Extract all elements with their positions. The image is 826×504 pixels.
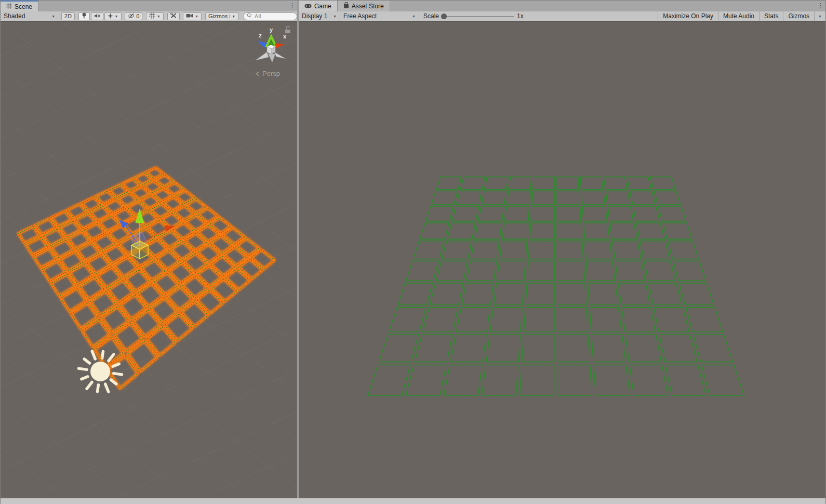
scene-viewport[interactable]: yzxPersp — [1, 21, 297, 498]
scene-gizmos-label: Gizmos — [208, 13, 228, 19]
tab-scene-label: Scene — [15, 3, 32, 10]
scene-search-input[interactable]: All — [243, 12, 297, 20]
eye-slash-icon — [128, 13, 135, 20]
aspect-label: Free Aspect — [343, 12, 377, 20]
tab-game[interactable]: Game — [299, 1, 338, 11]
stats-button[interactable]: Stats — [759, 11, 783, 21]
display-label: Display 1 — [302, 12, 327, 20]
scale-slider-knob[interactable] — [441, 14, 447, 19]
scene-search-value: All — [255, 13, 261, 19]
scene-panel: Scene ⋮ Shaded ▼ 2D — [1, 1, 297, 498]
chevron-down-icon: ▼ — [818, 15, 822, 18]
lock-icon[interactable] — [285, 26, 290, 33]
lightbulb-icon — [82, 12, 87, 20]
chevron-down-icon: ▼ — [333, 15, 337, 18]
grid-visibility-button[interactable]: ▼ — [146, 12, 164, 20]
tab-asset-store[interactable]: Asset Store — [338, 1, 390, 11]
camera-settings-button[interactable]: ▼ — [183, 12, 202, 20]
axis-x-label: x — [283, 33, 287, 39]
scene-view-canvas[interactable]: yzxPersp — [1, 22, 297, 498]
game-panel-menu-icon[interactable]: ⋮ — [817, 2, 823, 10]
scale-control: Scale 1x — [419, 12, 528, 20]
aspect-dropdown[interactable]: Free Aspect ▼ — [340, 11, 419, 21]
status-bar — [1, 498, 825, 504]
tools-icon — [170, 12, 177, 20]
gamepad-icon — [304, 3, 312, 10]
scene-orientation-gizmo[interactable]: yzx — [256, 26, 287, 62]
mute-audio-button[interactable]: Mute Audio — [718, 11, 759, 21]
axis-z-label: z — [259, 32, 262, 38]
scene-gizmos-dropdown[interactable]: Gizmos ▼ — [205, 12, 238, 20]
game-viewport — [299, 21, 825, 498]
stats-label: Stats — [764, 12, 778, 20]
maximize-label: Maximize On Play — [663, 12, 713, 20]
game-toolbar: Display 1 ▼ Free Aspect ▼ Scale 1x Maxim… — [299, 11, 825, 21]
game-tabbar: Game Asset Store ⋮ — [299, 1, 825, 11]
game-gizmos-label: Gizmos — [788, 12, 809, 20]
chevron-down-icon: ▼ — [229, 15, 235, 18]
grid-icon — [149, 12, 155, 20]
scene-panel-menu-icon[interactable]: ⋮ — [289, 2, 295, 10]
display-dropdown[interactable]: Display 1 ▼ — [299, 11, 340, 21]
2d-label: 2D — [64, 13, 72, 19]
scene-toolbar: Shaded ▼ 2D — [1, 11, 297, 21]
scale-label: Scale — [423, 12, 439, 20]
game-tile-grid — [368, 177, 744, 395]
axis-y-label: y — [270, 26, 273, 33]
hidden-count: 0 — [136, 13, 139, 19]
selected-tile-grid[interactable] — [18, 168, 274, 389]
lighting-toggle-button[interactable] — [78, 12, 90, 20]
camera-icon — [186, 13, 193, 19]
mute-label: Mute Audio — [723, 12, 754, 20]
tab-scene[interactable]: Scene — [1, 1, 38, 11]
search-icon — [247, 13, 252, 19]
tools-button[interactable] — [167, 12, 180, 20]
maximize-on-play-button[interactable]: Maximize On Play — [658, 11, 718, 21]
2d-toggle-button[interactable]: 2D — [61, 12, 75, 20]
scale-slider[interactable] — [442, 16, 514, 17]
scene-tabbar: Scene ⋮ — [1, 1, 297, 11]
chevron-down-icon: ▼ — [51, 15, 55, 18]
tab-game-label: Game — [314, 3, 331, 10]
draw-mode-dropdown[interactable]: Shaded ▼ — [1, 11, 58, 21]
chevron-down-icon: ▼ — [412, 15, 416, 18]
effects-icon — [108, 13, 113, 20]
chevron-down-icon: ▼ — [115, 15, 118, 18]
scale-value: 1x — [517, 12, 524, 20]
draw-mode-label: Shaded — [4, 12, 25, 20]
game-gizmos-dropdown[interactable]: ▼ — [814, 11, 825, 21]
speaker-icon — [94, 13, 100, 20]
tab-asset-store-label: Asset Store — [352, 3, 384, 10]
audio-toggle-button[interactable] — [91, 12, 103, 20]
effects-dropdown-button[interactable]: ▼ — [104, 12, 122, 20]
game-panel: Game Asset Store ⋮ Display 1 ▼ Free Aspe… — [299, 1, 825, 498]
chevron-down-icon: ▼ — [157, 15, 161, 18]
scene-visibility-button[interactable]: 0 — [125, 12, 142, 20]
scene-grid-icon — [6, 3, 12, 10]
shopping-bag-icon — [343, 2, 349, 10]
chevron-down-icon: ▼ — [195, 15, 198, 18]
projection-label: Persp — [262, 70, 280, 77]
game-gizmos-button[interactable]: Gizmos — [783, 11, 814, 21]
game-view-canvas — [299, 22, 825, 498]
unity-editor-window: Scene ⋮ Shaded ▼ 2D — [0, 0, 826, 504]
projection-toggle[interactable]: Persp — [256, 70, 280, 77]
